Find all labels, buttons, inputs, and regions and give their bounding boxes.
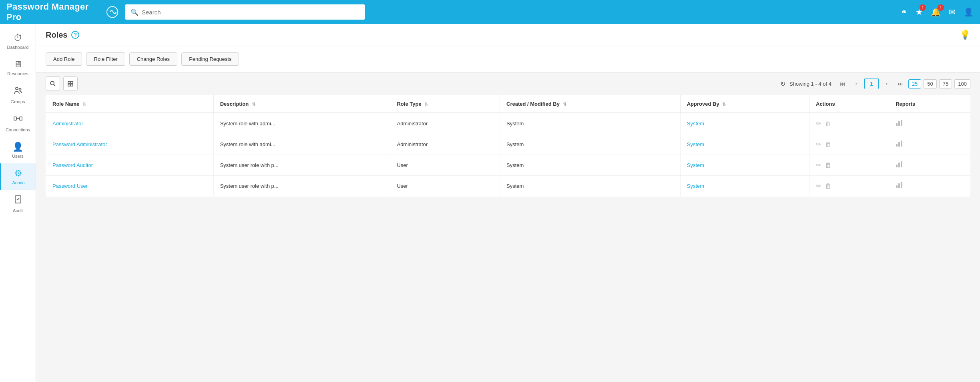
edit-icon-1[interactable]: ✏ bbox=[816, 141, 821, 148]
svg-rect-21 bbox=[901, 161, 902, 167]
sidebar-item-resources[interactable]: 🖥 Resources bbox=[0, 54, 36, 81]
add-role-button[interactable]: Add Role bbox=[46, 52, 82, 66]
role-name-link-2[interactable]: Password Auditor bbox=[52, 162, 93, 168]
role-name-link-3[interactable]: Password User bbox=[52, 183, 88, 189]
cell-role-type-2: User bbox=[390, 155, 500, 176]
table-controls-left bbox=[46, 76, 78, 91]
delete-icon-3[interactable]: 🗑 bbox=[825, 183, 831, 190]
per-page-25[interactable]: 25 bbox=[908, 79, 921, 88]
sort-created-icon[interactable]: ⇅ bbox=[563, 102, 566, 107]
next-page-button[interactable]: › bbox=[881, 78, 892, 89]
pending-requests-button[interactable]: Pending Requests bbox=[181, 52, 239, 66]
svg-rect-12 bbox=[71, 84, 73, 86]
link-icon[interactable]: ⚭ bbox=[901, 7, 908, 17]
table-row: Password User System user role with p...… bbox=[46, 176, 970, 197]
favorites-icon[interactable]: ★ 1 bbox=[916, 7, 923, 17]
sidebar-item-users[interactable]: 👤 Users bbox=[0, 137, 36, 163]
bar-chart-icon-0[interactable] bbox=[896, 120, 904, 128]
svg-rect-4 bbox=[20, 117, 22, 120]
cell-role-type-1: Administrator bbox=[390, 134, 500, 155]
delete-icon-0[interactable]: 🗑 bbox=[825, 120, 831, 127]
sidebar-item-groups[interactable]: Groups bbox=[0, 81, 36, 109]
cell-approved-by-2: System bbox=[680, 155, 809, 176]
per-page-75[interactable]: 75 bbox=[939, 79, 952, 88]
resources-icon: 🖥 bbox=[14, 59, 22, 70]
cell-description-1: System role with admi... bbox=[213, 134, 390, 155]
table-row: Password Administrator System role with … bbox=[46, 134, 970, 155]
sidebar-item-dashboard[interactable]: ⏱ Dashboard bbox=[0, 28, 36, 54]
role-name-link-0[interactable]: Administrator bbox=[52, 121, 83, 127]
search-toggle-button[interactable] bbox=[46, 76, 60, 91]
svg-rect-23 bbox=[898, 183, 900, 188]
sort-description-icon[interactable]: ⇅ bbox=[252, 102, 255, 107]
approved-by-link-1[interactable]: System bbox=[687, 141, 704, 147]
sort-role-type-icon[interactable]: ⇅ bbox=[424, 102, 428, 107]
dashboard-icon: ⏱ bbox=[14, 33, 22, 43]
user-icon[interactable]: 👤 bbox=[964, 7, 974, 17]
view-toggle-button[interactable] bbox=[63, 76, 78, 91]
help-icon[interactable]: ? bbox=[71, 31, 79, 39]
col-header-created-modified-by: Created / Modified By ⇅ bbox=[500, 95, 681, 113]
cell-created-modified-by-2: System bbox=[500, 155, 681, 176]
svg-point-1 bbox=[16, 87, 18, 90]
table-row: Administrator System role with admi... A… bbox=[46, 113, 970, 134]
svg-rect-22 bbox=[896, 185, 898, 188]
content-area: Roles ? 💡 Add Role Role Filter Change Ro… bbox=[36, 24, 980, 382]
cell-role-name-3: Password User bbox=[46, 176, 214, 197]
page-title: Roles bbox=[46, 30, 67, 40]
table-wrap: Role Name ⇅ Description ⇅ Role Type ⇅ bbox=[36, 95, 980, 206]
search-area[interactable]: 🔍 bbox=[125, 4, 365, 20]
role-filter-button[interactable]: Role Filter bbox=[86, 52, 125, 66]
current-page[interactable]: 1 bbox=[864, 78, 879, 89]
role-name-link-1[interactable]: Password Administrator bbox=[52, 141, 107, 147]
bar-chart-icon-3[interactable] bbox=[896, 182, 904, 190]
svg-rect-16 bbox=[896, 144, 898, 147]
svg-point-7 bbox=[50, 81, 54, 85]
search-input[interactable] bbox=[142, 9, 359, 16]
sidebar-item-audit[interactable]: Audit bbox=[0, 190, 36, 218]
sort-approved-icon[interactable]: ⇅ bbox=[722, 102, 726, 107]
svg-rect-15 bbox=[901, 120, 902, 126]
delete-icon-2[interactable]: 🗑 bbox=[825, 162, 831, 169]
first-page-button[interactable]: ⏮ bbox=[837, 78, 848, 89]
edit-icon-2[interactable]: ✏ bbox=[816, 161, 821, 169]
sidebar-label-connections: Connections bbox=[6, 127, 30, 132]
per-page-100[interactable]: 100 bbox=[954, 79, 970, 88]
cell-actions-0: ✏ 🗑 bbox=[809, 113, 889, 134]
groups-icon bbox=[13, 86, 23, 98]
cell-role-name-2: Password Auditor bbox=[46, 155, 214, 176]
mail-icon[interactable]: ✉ bbox=[949, 7, 956, 17]
cell-role-name-0: Administrator bbox=[46, 113, 214, 134]
cell-approved-by-0: System bbox=[680, 113, 809, 134]
col-header-role-name: Role Name ⇅ bbox=[46, 95, 214, 113]
svg-rect-20 bbox=[898, 163, 900, 167]
refresh-icon[interactable]: ↻ bbox=[780, 80, 785, 88]
col-header-actions: Actions bbox=[809, 95, 889, 113]
sort-role-name-icon[interactable]: ⇅ bbox=[82, 102, 86, 107]
notifications-icon[interactable]: 🔔 1 bbox=[931, 7, 941, 17]
logo-icon bbox=[106, 6, 118, 18]
sidebar-item-admin[interactable]: ⚙ Admin bbox=[0, 163, 36, 190]
approved-by-link-0[interactable]: System bbox=[687, 121, 704, 127]
edit-icon-0[interactable]: ✏ bbox=[816, 120, 821, 127]
delete-icon-1[interactable]: 🗑 bbox=[825, 141, 831, 148]
cell-role-type-3: User bbox=[390, 176, 500, 197]
notifications-badge: 1 bbox=[938, 4, 944, 11]
cell-role-name-1: Password Administrator bbox=[46, 134, 214, 155]
lightbulb-icon[interactable]: 💡 bbox=[960, 30, 970, 40]
per-page-50[interactable]: 50 bbox=[924, 79, 936, 88]
col-header-role-type: Role Type ⇅ bbox=[390, 95, 500, 113]
col-header-description: Description ⇅ bbox=[213, 95, 390, 113]
bar-chart-icon-1[interactable] bbox=[896, 141, 904, 149]
svg-rect-18 bbox=[901, 141, 902, 147]
sidebar-item-connections[interactable]: Connections bbox=[0, 109, 36, 137]
change-roles-button[interactable]: Change Roles bbox=[129, 52, 177, 66]
prev-page-button[interactable]: ‹ bbox=[851, 78, 862, 89]
approved-by-link-3[interactable]: System bbox=[687, 183, 704, 189]
cell-reports-3 bbox=[889, 176, 970, 197]
app-title: Password Manager Pro bbox=[6, 2, 104, 22]
bar-chart-icon-2[interactable] bbox=[896, 161, 904, 169]
last-page-button[interactable]: ⏭ bbox=[895, 78, 906, 89]
approved-by-link-2[interactable]: System bbox=[687, 162, 704, 168]
edit-icon-3[interactable]: ✏ bbox=[816, 182, 821, 190]
